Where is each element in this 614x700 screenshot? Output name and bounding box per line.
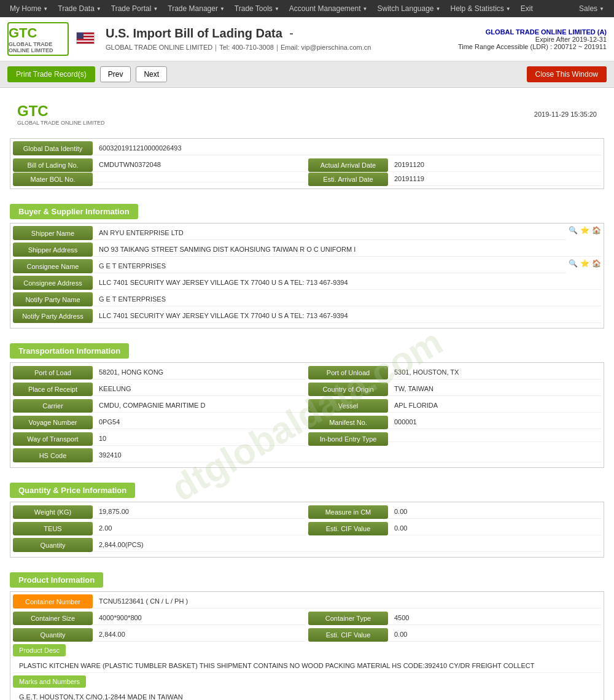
consignee-name-row: Consignee Name G E T ENTERPRISES 🔍 ⭐ 🏠 (13, 259, 601, 273)
flag-icon (76, 32, 95, 46)
prev-button[interactable]: Prev (100, 66, 131, 82)
vessel-label: Vessel (308, 399, 388, 413)
nav-my-home[interactable]: My Home ▼ (5, 0, 53, 17)
transportation-header: Transportation Information (10, 343, 129, 359)
port-of-load-label: Port of Load (13, 366, 93, 379)
esti-cif-value-1: 0.00 (388, 521, 601, 535)
manifest-no-value: 000001 (388, 415, 601, 429)
consignee-address-label: Consignee Address (13, 276, 93, 290)
chevron-down-icon: ▼ (506, 6, 511, 12)
esti-cif-value-label: Esti. CIF Value (308, 522, 388, 535)
star-icon[interactable]: ⭐ (580, 259, 589, 273)
teus-cif-row: TEUS 2.00 Esti. CIF Value 0.00 (13, 521, 601, 535)
product-esti-cif-label: Esti. CIF Value (308, 628, 388, 642)
buyer-supplier-section: Buyer & Supplier Information Shipper Nam… (10, 196, 604, 329)
nav-help-statistics[interactable]: Help & Statistics ▼ (445, 0, 515, 17)
country-of-origin-label: Country of Origin (308, 383, 388, 396)
container-type-value: 4500 (388, 611, 601, 625)
container-size-type-row: Container Size 4000*900*800 Container Ty… (13, 611, 601, 625)
weight-measure-row: Weight (KG) 19,875.00 Measure in CM 0.00 (13, 505, 601, 519)
header-bar: GTC GLOBAL TRADE ONLINE LIMITED U.S. Imp… (0, 17, 614, 61)
product-qty-cif-row: Quantity 2,844.00 Esti. CIF Value 0.00 (13, 628, 601, 642)
voyage-number-label: Voyage Number (13, 416, 93, 429)
bill-of-lading-value: CMDUTWN0372048 (93, 158, 306, 172)
product-info-section: Product Information Container Number TCN… (10, 565, 604, 700)
nav-sales[interactable]: Sales ▼ (574, 0, 609, 17)
esti-arrival-date-value: 20191119 (388, 172, 601, 186)
nav-trade-manager[interactable]: Trade Manager ▼ (163, 0, 230, 17)
shipper-name-row: Shipper Name AN RYU ENTERPRISE LTD 🔍 ⭐ 🏠 (13, 226, 601, 240)
search-icon[interactable]: 🔍 (569, 259, 578, 273)
actual-arrival-date-value: 20191120 (388, 158, 601, 172)
inbond-entry-type-value (388, 435, 601, 442)
shipper-address-label: Shipper Address (13, 243, 93, 257)
shipper-address-row: Shipper Address NO 93 TAIKANG STREET SAN… (13, 243, 601, 257)
nav-account-management[interactable]: Account Management ▼ (284, 0, 373, 17)
product-desc-label: Product Desc (13, 644, 66, 656)
carrier-label: Carrier (13, 399, 93, 413)
manifest-no-label: Manifest No. (308, 416, 388, 429)
port-of-unload-label: Port of Unload (308, 366, 388, 379)
bol-arrival-row: Bill of Lading No. CMDUTWN0372048 Actual… (13, 158, 601, 172)
marks-numbers-row: Marks and Numbers G.E.T. HOUSTON,TX C/NO… (13, 675, 601, 700)
product-desc-value: PLASTIC KITCHEN WARE (PLASTIC TUMBLER BA… (13, 659, 601, 673)
account-info: GLOBAL TRADE ONLINE LIMITED (A) Expire A… (458, 28, 607, 50)
weight-label: Weight (KG) (13, 505, 93, 519)
product-esti-cif-value: 0.00 (388, 628, 601, 642)
home-icon[interactable]: 🏠 (592, 259, 601, 273)
container-size-value: 4000*900*800 (93, 611, 306, 625)
notify-party-name-value: G E T ENTERPRISES (93, 292, 601, 306)
place-of-receipt-label: Place of Receipt (13, 383, 93, 396)
top-navigation: My Home ▼ Trade Data ▼ Trade Portal ▼ Tr… (0, 0, 614, 17)
consignee-name-label: Consignee Name (13, 259, 93, 273)
global-data-identity-row: Global Data Identity 6003201911210000026… (13, 141, 601, 155)
hs-code-label: HS Code (13, 448, 93, 462)
top-info-section: Global Data Identity 6003201911210000026… (10, 138, 604, 189)
nav-trade-portal[interactable]: Trade Portal ▼ (106, 0, 163, 17)
notify-party-address-value: LLC 7401 SECURITY WAY JERSEY VILLAGE TX … (93, 309, 601, 323)
measure-in-cm-label: Measure in CM (308, 505, 388, 519)
inbond-entry-type-label: In-bond Entry Type (308, 432, 388, 446)
doc-logo: GTC GLOBAL TRADE ONLINE LIMITED (17, 103, 105, 126)
close-window-button[interactable]: Close This Window (527, 66, 607, 82)
notify-party-name-row: Notify Party Name G E T ENTERPRISES (13, 292, 601, 306)
document-container: dtglobaldata.com GTC GLOBAL TRADE ONLINE… (10, 98, 604, 700)
product-desc-row: Product Desc PLASTIC KITCHEN WARE (PLAST… (13, 644, 601, 673)
shipper-name-label: Shipper Name (13, 226, 93, 240)
chevron-down-icon: ▼ (274, 6, 279, 12)
measure-in-cm-value: 0.00 (388, 505, 601, 519)
search-icon[interactable]: 🔍 (569, 226, 578, 240)
receipt-origin-row: Place of Receipt KEELUNG Country of Orig… (13, 382, 601, 396)
notify-party-address-label: Notify Party Address (13, 309, 93, 323)
print-button[interactable]: Print Trade Record(s) (7, 66, 95, 82)
teus-value: 2.00 (93, 521, 306, 535)
quantity-price-section: Quantity & Price Information Weight (KG)… (10, 475, 604, 558)
quantity-label: Quantity (13, 538, 93, 552)
carrier-value: CMDU, COMPAGNIE MARITIME D (93, 399, 306, 413)
chevron-down-icon: ▼ (599, 6, 604, 12)
notify-party-name-label: Notify Party Name (13, 292, 93, 306)
consignee-address-value: LLC 7401 SECURITY WAY JERSEY VILLAGE TX … (93, 276, 601, 290)
transport-inbond-row: Way of Transport 10 In-bond Entry Type (13, 432, 601, 446)
nav-switch-language[interactable]: Switch Language ▼ (372, 0, 445, 17)
quantity-price-header: Quantity & Price Information (10, 483, 135, 498)
port-of-unload-value: 5301, HOUSTON, TX (388, 365, 601, 379)
global-data-identity-value: 6003201911210000026493 (93, 141, 601, 155)
place-of-receipt-value: KEELUNG (93, 382, 306, 396)
nav-trade-tools[interactable]: Trade Tools ▼ (230, 0, 284, 17)
home-icon[interactable]: 🏠 (592, 226, 601, 240)
consignee-name-value: G E T ENTERPRISES (93, 259, 566, 273)
next-button[interactable]: Next (136, 66, 167, 82)
product-info-header: Product Information (10, 572, 103, 588)
carrier-vessel-row: Carrier CMDU, COMPAGNIE MARITIME D Vesse… (13, 399, 601, 413)
mater-bol-value (93, 176, 306, 182)
voyage-manifest-row: Voyage Number 0PG54 Manifest No. 000001 (13, 415, 601, 429)
notify-party-address-row: Notify Party Address LLC 7401 SECURITY W… (13, 309, 601, 323)
star-icon[interactable]: ⭐ (580, 226, 589, 240)
quantity-value: 2,844.00(PCS) (93, 538, 601, 552)
nav-trade-data[interactable]: Trade Data ▼ (53, 0, 106, 17)
chevron-down-icon: ▼ (43, 6, 48, 12)
doc-header: GTC GLOBAL TRADE ONLINE LIMITED 2019-11-… (10, 98, 604, 131)
main-content: dtglobaldata.com GTC GLOBAL TRADE ONLINE… (0, 88, 614, 700)
nav-exit[interactable]: Exit (516, 0, 538, 17)
